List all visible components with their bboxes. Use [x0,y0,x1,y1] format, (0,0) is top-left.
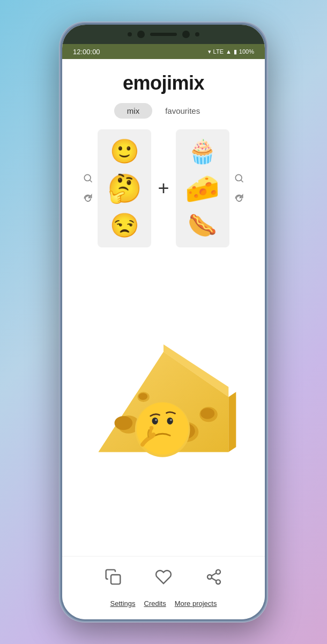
svg-point-19 [137,402,189,454]
phone-screen: 12:00:00 ▾ LTE ▲ ▮ 100% emojimix mix fav… [62,25,265,619]
battery-label: 100% [239,48,254,55]
svg-point-15 [200,408,214,419]
right-emoji-slot[interactable]: 🧁 🧀 🌭 [176,129,229,247]
right-slot-wrapper: 🧁 🧀 🌭 [176,129,246,247]
svg-point-9 [115,416,133,430]
svg-line-3 [241,180,243,182]
right-search-icon[interactable] [233,172,246,185]
svg-point-23 [170,419,172,421]
right-refresh-icon[interactable] [233,192,246,205]
camera-dot-left [128,32,132,36]
app-content: emojimix mix favourites [62,59,265,619]
footer-links: Settings Credits More projects [110,599,217,619]
result-area [62,247,265,556]
result-emoji-wrap [88,332,239,472]
svg-point-28 [216,580,220,584]
camera-dot-right [182,31,190,38]
left-emoji-top: 🙂 [110,140,139,163]
left-slot-wrapper: 🙂 🤔 😒 [81,129,151,247]
svg-point-21 [155,419,157,421]
phone-inner: 12:00:00 ▾ LTE ▲ ▮ 100% emojimix mix fav… [61,23,266,621]
left-controls [81,172,94,205]
credits-link[interactable]: Credits [144,599,166,608]
svg-point-22 [167,417,173,424]
status-icons: ▾ LTE ▲ ▮ 100% [208,48,254,55]
svg-point-20 [152,417,158,424]
app-title: emojimix [123,72,204,94]
svg-line-1 [90,180,92,182]
tabs-row: mix favourites [114,103,213,119]
svg-line-30 [211,573,216,576]
left-emoji-bot: 😒 [110,214,139,237]
status-bar: 12:00:00 ▾ LTE ▲ ▮ 100% [62,44,265,59]
camera-dot-far-right [195,32,199,36]
left-search-icon[interactable] [81,172,94,185]
svg-marker-6 [228,392,236,452]
camera-lens [137,31,145,38]
svg-line-29 [211,578,216,581]
bottom-actions [62,556,265,599]
tab-mix[interactable]: mix [114,103,152,119]
phone-top-bar [62,25,265,44]
more-projects-link[interactable]: More projects [175,599,217,608]
left-refresh-icon[interactable] [81,192,94,205]
left-emoji-slot[interactable]: 🙂 🤔 😒 [98,129,151,247]
phone-frame: 12:00:00 ▾ LTE ▲ ▮ 100% emojimix mix fav… [59,21,268,623]
speaker-bar [150,33,177,36]
svg-point-24 [150,426,153,429]
copy-button[interactable] [101,565,125,589]
svg-point-27 [207,575,212,579]
signal-icon: ▲ [226,48,232,55]
left-emoji-mid: 🤔 [107,174,142,202]
wifi-icon: ▾ [208,48,211,55]
share-button[interactable] [202,565,226,589]
svg-point-0 [85,174,91,181]
settings-link[interactable]: Settings [110,599,136,608]
right-emoji-bot: 🌭 [188,214,217,237]
battery-icon: ▮ [234,48,237,55]
svg-point-26 [216,570,220,574]
plus-sign: + [158,177,169,200]
tab-favourites[interactable]: favourites [152,103,213,119]
right-emoji-mid: 🧀 [185,174,220,202]
mixer-area: 🙂 🤔 😒 + 🧁 🧀 🌭 [62,129,265,247]
result-emoji-svg [88,327,239,477]
right-controls [233,172,246,205]
svg-point-17 [138,393,147,400]
lte-label: LTE [213,48,224,55]
favourite-button[interactable] [152,565,175,589]
svg-rect-25 [111,575,120,584]
right-emoji-top: 🧁 [188,140,217,163]
status-time: 12:00:00 [73,48,100,56]
svg-point-2 [235,174,242,181]
